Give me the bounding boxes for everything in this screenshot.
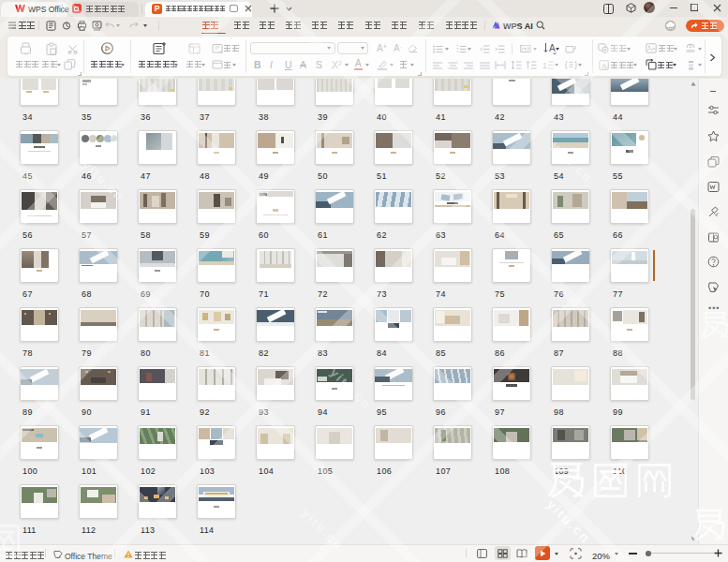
svg-text:1: 1 (542, 61, 547, 70)
svg-text:A: A (602, 62, 607, 70)
